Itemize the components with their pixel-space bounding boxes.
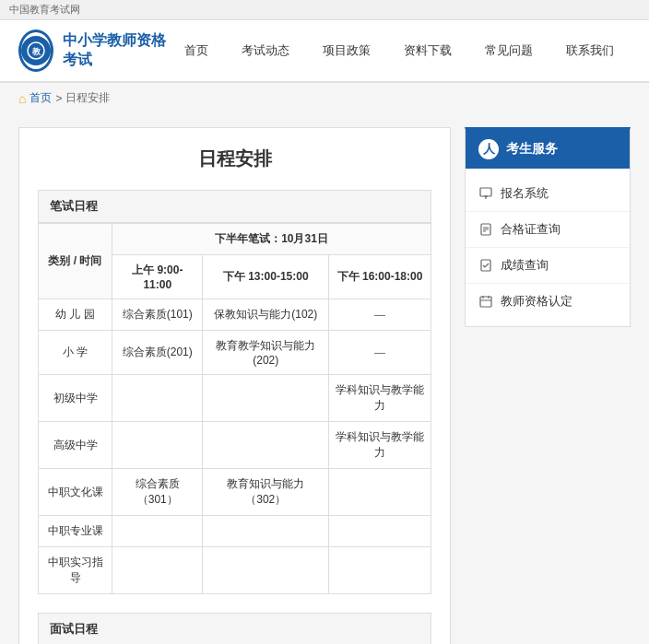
morning-primary: 综合素质(201)	[112, 331, 203, 375]
logo-text: 中小学教师资格考试	[63, 31, 168, 70]
svg-text:教: 教	[31, 47, 41, 56]
breadcrumb-separator: >	[55, 92, 62, 105]
morning-kindergarten: 综合素质(101)	[112, 299, 203, 331]
afternoon1-kindergarten: 保教知识与能力(102)	[203, 299, 328, 331]
top-bar-text: 中国教育考试网	[9, 4, 80, 15]
table-row: 中职实习指导	[39, 547, 431, 594]
nav-exam-news[interactable]: 考试动态	[225, 19, 306, 82]
content-area: 日程安排 笔试日程 类别 / 时间 下半年笔试：10月31日 上午 9:00-1…	[18, 127, 451, 644]
sidebar-item-teacher-qualification[interactable]: 教师资格认定	[466, 284, 630, 319]
time-slot-afternoon2: 下午 16:00-18:00	[328, 255, 431, 299]
person-icon: 人	[483, 141, 495, 158]
sidebar-header-label: 考生服务	[506, 141, 558, 158]
afternoon1-senior	[203, 422, 328, 469]
schedule-table: 类别 / 时间 下半年笔试：10月31日 上午 9:00-11:00 下午 13…	[38, 223, 431, 594]
afternoon1-vocational-culture: 教育知识与能力（302）	[203, 469, 328, 516]
page-title: 日程安排	[38, 146, 431, 171]
sidebar-item-registration[interactable]: 报名系统	[466, 176, 630, 212]
certificate-icon	[478, 222, 493, 237]
afternoon2-vocational-internship	[328, 547, 431, 594]
afternoon2-vocational-professional	[328, 516, 431, 547]
table-row: 中职专业课	[39, 516, 431, 547]
category-senior: 高级中学	[39, 422, 112, 469]
morning-senior	[112, 422, 203, 469]
table-row: 高级中学 学科知识与教学能力	[39, 422, 431, 469]
morning-vocational-culture: 综合素质（301）	[112, 469, 203, 516]
main-nav: 首页 考试动态 项目政策 资料下载 常见问题 联系我们	[168, 19, 631, 82]
main-layout: 日程安排 笔试日程 类别 / 时间 下半年笔试：10月31日 上午 9:00-1…	[0, 113, 649, 644]
exam-date-header: 下半年笔试：10月31日	[112, 224, 431, 255]
logo-area: 教 中小学教师资格考试	[18, 29, 168, 72]
category-kindergarten: 幼 儿 园	[39, 299, 112, 331]
sidebar-header: 人 考生服务	[466, 130, 630, 169]
check-document-icon	[478, 258, 493, 273]
table-row: 幼 儿 园 综合素质(101) 保教知识与能力(102) —	[39, 299, 431, 331]
nav-contact[interactable]: 联系我们	[549, 19, 631, 82]
sidebar-item-teacher-qualification-label: 教师资格认定	[501, 293, 572, 310]
afternoon2-senior: 学科知识与教学能力	[328, 422, 431, 469]
interview-section: 面试日程 下半年面试日期：2021年1月9日-10日。 注：考生参加面试的具体时…	[38, 613, 431, 644]
category-vocational-professional: 中职专业课	[39, 516, 112, 547]
afternoon1-vocational-professional	[203, 516, 328, 547]
morning-vocational-internship	[112, 547, 203, 594]
calendar-icon	[478, 294, 493, 309]
afternoon2-primary: —	[328, 331, 431, 375]
svg-rect-9	[481, 260, 490, 271]
afternoon1-primary: 教育教学知识与能力(202)	[203, 331, 328, 375]
time-slot-afternoon1: 下午 13:00-15:00	[203, 255, 328, 299]
nav-faq[interactable]: 常见问题	[468, 19, 549, 82]
category-vocational-internship: 中职实习指导	[39, 547, 112, 594]
afternoon2-kindergarten: —	[328, 299, 431, 331]
interview-section-title: 面试日程	[38, 613, 431, 644]
afternoon1-junior	[203, 375, 328, 422]
afternoon2-junior: 学科知识与教学能力	[328, 375, 431, 422]
sidebar-header-icon: 人	[478, 139, 499, 159]
header: 教 中小学教师资格考试 首页 考试动态 项目政策 资料下载 常见问题 联系我们	[0, 20, 649, 83]
category-junior: 初级中学	[39, 375, 112, 422]
home-icon: ⌂	[18, 91, 26, 106]
sidebar-item-score-label: 成绩查询	[501, 257, 549, 274]
logo-circle: 教	[18, 29, 53, 72]
breadcrumb-current: 日程安排	[65, 90, 110, 106]
nav-home[interactable]: 首页	[168, 19, 225, 82]
table-row: 小 学 综合素质(201) 教育教学知识与能力(202) —	[39, 331, 431, 375]
category-vocational-culture: 中职文化课	[39, 469, 112, 516]
breadcrumb-home[interactable]: 首页	[30, 90, 52, 106]
sidebar-card: 人 考生服务 报名系统	[465, 127, 631, 327]
logo-icon: 教	[27, 41, 45, 60]
sidebar-item-certificate-label: 合格证查询	[501, 221, 560, 238]
sidebar-item-certificate-query[interactable]: 合格证查询	[466, 212, 630, 248]
sidebar-menu: 报名系统 合格证查询	[466, 169, 630, 326]
sidebar-item-score-query[interactable]: 成绩查询	[466, 248, 630, 284]
sidebar: 人 考生服务 报名系统	[465, 127, 631, 644]
morning-vocational-professional	[112, 516, 203, 547]
nav-policy[interactable]: 项目政策	[306, 19, 387, 82]
category-header: 类别 / 时间	[39, 224, 112, 299]
breadcrumb: ⌂ 首页 > 日程安排	[0, 83, 649, 113]
top-bar: 中国教育考试网	[0, 0, 649, 20]
table-row: 初级中学 学科知识与教学能力	[39, 375, 431, 422]
svg-rect-2	[480, 188, 491, 196]
table-row: 中职文化课 综合素质（301） 教育知识与能力（302）	[39, 469, 431, 516]
time-slot-morning: 上午 9:00-11:00	[112, 255, 203, 299]
svg-rect-10	[480, 297, 491, 307]
morning-junior	[112, 375, 203, 422]
logo-inner: 教	[21, 36, 51, 65]
afternoon1-vocational-internship	[203, 547, 328, 594]
afternoon2-vocational-culture	[328, 469, 431, 516]
written-section-title: 笔试日程	[38, 190, 431, 223]
nav-download[interactable]: 资料下载	[387, 19, 468, 82]
sidebar-item-registration-label: 报名系统	[501, 185, 549, 202]
monitor-icon	[478, 186, 493, 201]
category-primary: 小 学	[39, 331, 112, 375]
